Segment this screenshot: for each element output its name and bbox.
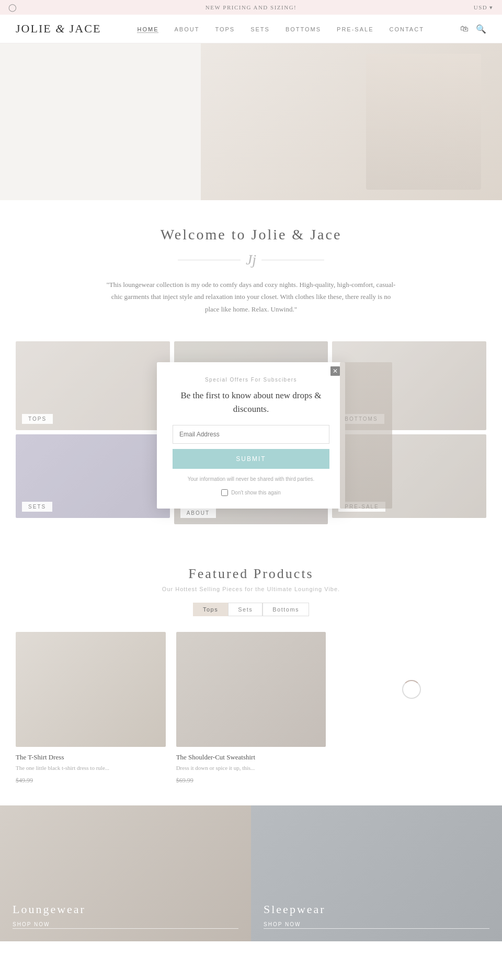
filter-tabs: Tops Sets Bottoms xyxy=(16,603,486,616)
instagram-icon[interactable]: ◯ xyxy=(8,3,18,12)
modal-subtitle: Special Offers For Subscibers xyxy=(205,377,297,383)
product-card-2[interactable]: The Shoulder-Cut Sweatshirt Dress it dow… xyxy=(176,632,326,785)
product-card-loading xyxy=(336,632,486,785)
category-section: TOPS SETS ABOUT BOTTOMS PRE-SALE xyxy=(0,331,502,545)
product-image-2 xyxy=(176,632,326,747)
nav-contact[interactable]: CONTACT xyxy=(390,26,424,32)
nav-about[interactable]: ABOUT xyxy=(174,26,199,32)
featured-heading: Featured Products xyxy=(16,566,486,582)
nav-icons: 🛍 🔍 xyxy=(460,24,486,34)
cart-icon[interactable]: 🛍 xyxy=(460,24,469,33)
welcome-quote: "This loungewear collection is my ode to… xyxy=(105,279,397,315)
filter-tab-sets[interactable]: Sets xyxy=(228,603,263,616)
filter-tab-tops[interactable]: Tops xyxy=(193,603,228,616)
featured-subtitle: Our Hottest Selling Pieces for the Ultim… xyxy=(16,586,486,592)
modal-close-button[interactable]: ✕ xyxy=(330,366,340,376)
modal-title: Be the first to know about new drops & d… xyxy=(173,389,329,416)
currency-selector[interactable]: USD ▾ xyxy=(474,4,494,11)
modal-overlay: ✕ Special Offers For Subscibers Be the f… xyxy=(0,331,502,545)
privacy-text: Your information will never be shared wi… xyxy=(188,476,315,482)
filter-tab-bottoms[interactable]: Bottoms xyxy=(263,603,309,616)
loungewear-shop-link[interactable]: SHOP NOW xyxy=(13,921,238,929)
submit-button[interactable]: SUBMIT xyxy=(173,449,329,469)
loading-spinner xyxy=(336,632,486,747)
welcome-heading: Welcome to Jolie & Jace xyxy=(63,226,439,243)
announcement-text: NEW PRICING AND SIZING! xyxy=(206,4,297,10)
welcome-section: Welcome to Jolie & Jace Jj "This loungew… xyxy=(0,200,502,331)
loungewear-banner[interactable]: Loungewear SHOP NOW xyxy=(0,805,251,941)
announcement-bar: ◯ NEW PRICING AND SIZING! USD ▾ xyxy=(0,0,502,15)
sleepwear-banner[interactable]: Sleepwear SHOP NOW xyxy=(251,805,502,941)
dont-show-row: Don't show this again xyxy=(221,489,281,496)
sleepwear-title: Sleepwear xyxy=(264,903,489,916)
nav-tops[interactable]: TOPS xyxy=(215,26,235,32)
collections-section: Loungewear SHOP NOW Sleepwear SHOP NOW xyxy=(0,805,502,941)
loungewear-title: Loungewear xyxy=(13,903,238,916)
spinner-circle xyxy=(402,680,421,699)
product-price-1: $49.99 xyxy=(16,777,166,785)
nav-links: HOME ABOUT TOPS SETS BOTTOMS PRE-SALE CO… xyxy=(137,24,424,33)
search-icon[interactable]: 🔍 xyxy=(476,24,486,34)
featured-section: Featured Products Our Hottest Selling Pi… xyxy=(0,545,502,800)
monogram: Jj xyxy=(63,251,439,268)
product-name-1: The T-Shirt Dress xyxy=(16,753,166,762)
products-grid: The T-Shirt Dress The one little black t… xyxy=(16,632,486,785)
hero-model-image xyxy=(366,54,481,190)
product-desc-2: Dress it down or spice it up, this... xyxy=(176,764,326,773)
dont-show-label[interactable]: Don't show this again xyxy=(231,490,281,495)
product-desc-1: The one little black t-shirt dress to ru… xyxy=(16,764,166,773)
subscribe-modal: ✕ Special Offers For Subscibers Be the f… xyxy=(157,362,345,509)
site-logo[interactable]: JOLIE & JACE xyxy=(16,22,101,36)
sleepwear-shop-link[interactable]: SHOP NOW xyxy=(264,921,489,929)
product-card-1[interactable]: The T-Shirt Dress The one little black t… xyxy=(16,632,166,785)
modal-person-image xyxy=(340,362,392,509)
email-input[interactable] xyxy=(173,425,329,444)
nav-home[interactable]: HOME xyxy=(137,26,158,33)
dont-show-checkbox[interactable] xyxy=(221,489,228,496)
nav-bottoms[interactable]: BOTTOMS xyxy=(286,26,321,32)
product-name-2: The Shoulder-Cut Sweatshirt xyxy=(176,753,326,762)
product-price-2: $69.99 xyxy=(176,777,326,785)
product-image-1 xyxy=(16,632,166,747)
nav-sets[interactable]: SETS xyxy=(250,26,270,32)
nav-presale[interactable]: PRE-SALE xyxy=(337,26,373,32)
hero-banner xyxy=(0,43,502,200)
main-nav: JOLIE & JACE HOME ABOUT TOPS SETS BOTTOM… xyxy=(0,15,502,43)
